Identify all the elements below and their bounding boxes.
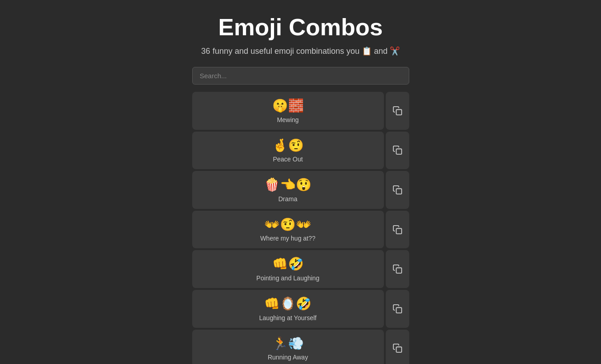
search-input[interactable] (192, 67, 409, 85)
combo-emoji: 🤫🧱 (272, 98, 304, 113)
copy-icon (393, 343, 402, 353)
combo-row: 👊🪞🤣Laughing at Yourself (192, 290, 409, 328)
combo-label: Peace Out (273, 156, 303, 163)
copy-icon (393, 145, 402, 155)
page-subtitle: 36 funny and useful emoji combinations y… (201, 46, 400, 56)
combo-main-2[interactable]: 🤞🤨Peace Out (192, 132, 384, 170)
subtitle-text: 36 funny and useful emoji combinations y… (201, 47, 360, 56)
copy-button-7[interactable] (386, 330, 409, 364)
combo-row: 🏃💨Running Away (192, 330, 409, 364)
combo-emoji: 🍿👈😲 (264, 177, 312, 193)
combo-emoji: 👊🪞🤣 (264, 296, 312, 312)
combo-label: Pointing and Laughing (256, 274, 319, 282)
copy-icon (393, 225, 402, 235)
copy-button-2[interactable] (386, 132, 409, 170)
combo-label: Running Away (268, 354, 308, 361)
combo-row: 👐🤨👐Where my hug at?? (192, 211, 409, 249)
copy-button-3[interactable] (386, 171, 409, 209)
subtitle-icons: 📋 and ✂️ (362, 47, 400, 56)
svg-rect-1 (396, 149, 402, 155)
combo-main-7[interactable]: 🏃💨Running Away (192, 330, 384, 364)
combo-label: Mewing (277, 116, 298, 123)
combo-emoji: 🤞🤨 (272, 138, 304, 153)
combo-main-4[interactable]: 👐🤨👐Where my hug at?? (192, 211, 384, 249)
svg-rect-5 (396, 307, 402, 313)
svg-rect-2 (396, 189, 402, 194)
svg-rect-3 (396, 228, 402, 234)
page-title: Emoji Combos (218, 14, 383, 41)
combo-main-5[interactable]: 👊🤣Pointing and Laughing (192, 250, 384, 288)
combo-row: 👊🤣Pointing and Laughing (192, 250, 409, 288)
combo-emoji: 👐🤨👐 (264, 217, 312, 232)
copy-icon (393, 304, 402, 314)
combo-label: Laughing at Yourself (259, 314, 317, 321)
svg-rect-6 (396, 347, 402, 353)
copy-icon (393, 106, 402, 116)
combo-main-3[interactable]: 🍿👈😲Drama (192, 171, 384, 209)
combo-row: 🍿👈😲Drama (192, 171, 409, 209)
combo-emoji: 👊🤣 (272, 256, 304, 272)
copy-button-5[interactable] (386, 250, 409, 288)
copy-icon (393, 264, 402, 274)
search-container (192, 67, 409, 85)
copy-button-1[interactable] (386, 92, 409, 130)
svg-rect-4 (396, 268, 402, 273)
combo-row: 🤫🧱Mewing (192, 92, 409, 130)
copy-button-4[interactable] (386, 211, 409, 249)
copy-icon (393, 185, 402, 195)
combo-emoji: 🏃💨 (272, 336, 304, 351)
copy-button-6[interactable] (386, 290, 409, 328)
combos-list: 🤫🧱Mewing 🤞🤨Peace Out 🍿👈😲Drama 👐🤨👐Where m… (192, 92, 409, 364)
combo-label: Where my hug at?? (260, 235, 315, 242)
combo-label: Drama (278, 195, 297, 203)
combo-main-1[interactable]: 🤫🧱Mewing (192, 92, 384, 130)
combo-row: 🤞🤨Peace Out (192, 132, 409, 170)
svg-rect-0 (396, 109, 402, 115)
combo-main-6[interactable]: 👊🪞🤣Laughing at Yourself (192, 290, 384, 328)
